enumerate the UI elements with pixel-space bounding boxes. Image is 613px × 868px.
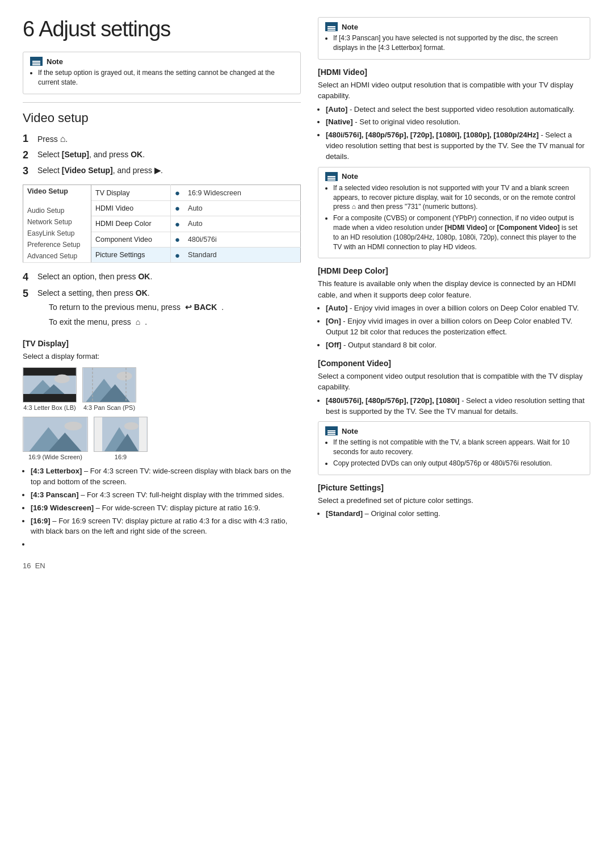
bullet-panscan: [4:3 Panscan] – For 4:3 screen TV: full-… xyxy=(31,490,301,501)
steps-1-3: 1 Press ⌂. 2 Select [Setup], and press O… xyxy=(23,132,301,178)
widescreen-svg xyxy=(23,417,87,451)
hdmi-deep-color-bullets: [Auto] - Enjoy vivid images in over a bi… xyxy=(318,303,590,350)
hdmi-note-icon xyxy=(325,172,338,181)
table-item: TV Display xyxy=(91,185,171,200)
bullet-169: [16:9] – For 16:9 screen TV: display pic… xyxy=(31,516,301,538)
panscan-note-list: If [4:3 Panscan] you have selected is no… xyxy=(325,33,583,53)
hdmi-bullet-auto: [Auto] - Detect and select the best supp… xyxy=(326,104,590,115)
note-list: If the setup option is grayed out, it me… xyxy=(30,68,293,87)
hdmi-video-bullets: [Auto] - Detect and select the best supp… xyxy=(318,104,590,162)
component-video-bullets: [480i/576i], [480p/576p], [720p], [1080i… xyxy=(318,396,590,417)
hdmi-note-box: Note If a selected video resolution is n… xyxy=(318,167,590,259)
letterbox-image xyxy=(23,367,77,402)
widescreen-image xyxy=(23,417,88,452)
chapter-title: 6Adjust settings xyxy=(23,17,301,41)
note-icon xyxy=(30,57,43,66)
deep-color-auto: [Auto] - Enjoy vivid images in over a bi… xyxy=(326,303,590,314)
hdmi-note-item-1: If a selected video resolution is not su… xyxy=(333,183,583,212)
component-note-icon xyxy=(325,426,338,435)
169-svg xyxy=(94,417,147,451)
sub-step-back: To return to the previous menu, press ↩ … xyxy=(49,301,224,313)
panscan-label: 4:3 Pan Scan (PS) xyxy=(83,404,135,411)
svg-point-21 xyxy=(124,422,138,430)
step-4: 4 Select an option, then press OK. xyxy=(23,271,301,284)
deep-color-off: [Off] - Output standard 8 bit color. xyxy=(326,340,590,351)
picture-settings-intro: Select a predefined set of picture color… xyxy=(318,495,590,506)
panscan-image-box: 4:3 Pan Scan (PS) xyxy=(82,367,136,411)
picture-settings-heading: [Picture Settings] xyxy=(318,483,590,492)
note-item: If the setup option is grayed out, it me… xyxy=(38,68,293,87)
component-note-2: Copy protected DVDs can only output 480p… xyxy=(333,459,583,468)
tv-display-heading: [TV Display] xyxy=(23,339,301,348)
tv-display-intro: Select a display format: xyxy=(23,351,301,362)
component-note-1: If the setting is not compatible with th… xyxy=(333,438,583,457)
169-image xyxy=(94,417,148,452)
letterbox-label: 4:3 Letter Box (LB) xyxy=(23,404,75,411)
top-note-box: Note If the setup option is grayed out, … xyxy=(23,52,301,94)
right-column: Note If [4:3 Panscan] you have selected … xyxy=(318,17,590,851)
steps-4-5: 4 Select an option, then press OK. 5 Sel… xyxy=(23,271,301,330)
component-note-header: Note xyxy=(325,426,583,435)
svg-rect-1 xyxy=(24,368,76,376)
picture-settings-bullets: [Standard] – Original color setting. xyxy=(318,509,590,519)
widescreen-image-box: 16:9 (Wide Screen) xyxy=(23,417,88,460)
tv-display-bullets: [4:3 Letterbox] – For 4:3 screen TV: wid… xyxy=(23,466,301,550)
hdmi-bullet-native: [Native] - Set to original video resolut… xyxy=(326,117,590,128)
deep-color-on: [On] - Enjoy vivid images in over a bill… xyxy=(326,316,590,338)
svg-point-5 xyxy=(54,375,70,383)
page-number: 16 EN xyxy=(23,561,301,570)
menu-col: Video Setup Audio Setup Network Setup Ea… xyxy=(23,185,91,263)
svg-point-9 xyxy=(117,372,132,380)
step-2: 2 Select [Setup], and press OK. xyxy=(23,149,301,162)
divider xyxy=(23,102,301,103)
panscan-image xyxy=(82,367,136,402)
panscan-svg xyxy=(83,368,136,402)
video-setup-heading: Video setup xyxy=(23,111,301,125)
step-3: 3 Select [Video Setup], and press ▶. xyxy=(23,165,301,178)
step-1: 1 Press ⌂. xyxy=(23,132,301,146)
hdmi-note-item-2: For a composite (CVBS) or component (YPb… xyxy=(333,213,583,251)
picture-settings-standard: [Standard] – Original color setting. xyxy=(326,509,590,519)
setup-table: Video Setup Audio Setup Network Setup Ea… xyxy=(23,184,301,263)
component-note-box: Note If the setting is not compatible wi… xyxy=(318,421,590,475)
panscan-note-icon xyxy=(325,22,338,31)
panscan-note-box: Note If [4:3 Panscan] you have selected … xyxy=(318,17,590,60)
page-container: 6Adjust settings Note If the setup optio… xyxy=(0,0,613,868)
hdmi-deep-color-heading: [HDMI Deep Color] xyxy=(318,266,590,275)
note-header: Note xyxy=(30,57,293,66)
hdmi-note-header: Note xyxy=(325,172,583,181)
table-value: 16:9 Widescreen xyxy=(184,185,300,200)
panscan-note-item: If [4:3 Panscan] you have selected is no… xyxy=(333,33,583,53)
svg-point-15 xyxy=(64,422,82,430)
letterbox-image-box: 4:3 Letter Box (LB) xyxy=(23,367,77,411)
bullet-letterbox: [4:3 Letterbox] – For 4:3 screen TV: wid… xyxy=(31,466,301,488)
169-label: 16:9 xyxy=(115,454,127,460)
sub-step-home: To exit the menu, press⌂ . xyxy=(49,316,224,328)
169-image-box: 16:9 xyxy=(94,417,148,460)
step-5: 5 Select a setting, then press OK. To re… xyxy=(23,287,301,331)
table-row: Video Setup Audio Setup Network Setup Ea… xyxy=(23,185,301,200)
widescreen-label: 16:9 (Wide Screen) xyxy=(28,454,82,460)
bullet-empty xyxy=(31,539,301,550)
svg-rect-18 xyxy=(139,417,147,451)
hdmi-note-list: If a selected video resolution is not su… xyxy=(325,183,583,252)
hdmi-bullet-resolutions: [480i/576i], [480p/576p], [720p], [1080i… xyxy=(326,130,590,162)
tv-display-images: 4:3 Letter Box (LB) 4:3 Pan Scan (PS) xyxy=(23,367,301,411)
component-video-heading: [Component Video] xyxy=(318,359,590,368)
bullet-widescreen: [16:9 Widescreen] – For wide-screen TV: … xyxy=(31,503,301,514)
svg-rect-17 xyxy=(95,417,103,451)
component-bullet: [480i/576i], [480p/576p], [720p], [1080i… xyxy=(326,396,590,417)
table-dot: ● xyxy=(171,185,184,200)
hdmi-deep-color-intro: This feature is available only when the … xyxy=(318,278,590,300)
tv-display-images-2: 16:9 (Wide Screen) 16:9 xyxy=(23,417,301,460)
component-video-intro: Select a component video output resoluti… xyxy=(318,371,590,393)
hdmi-video-heading: [HDMI Video] xyxy=(318,68,590,77)
component-note-list: If the setting is not compatible with th… xyxy=(325,438,583,468)
svg-rect-2 xyxy=(24,395,76,402)
panscan-note-header: Note xyxy=(325,22,583,31)
letterbox-svg xyxy=(23,368,76,402)
left-column: 6Adjust settings Note If the setup optio… xyxy=(23,17,301,851)
hdmi-video-intro: Select an HDMI video output resolution t… xyxy=(318,79,590,102)
